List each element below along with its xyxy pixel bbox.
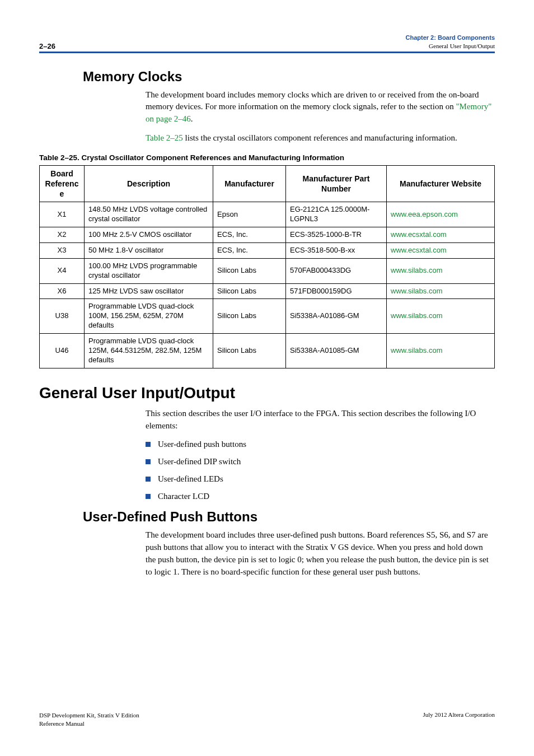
cell-manufacturer: ECS, Inc. (213, 242, 286, 258)
table-row: U46Programmable LVDS quad-clock 125M, 64… (40, 334, 495, 368)
manufacturer-website-link[interactable]: www.eea.epson.com (391, 210, 458, 218)
heading-general-user-io: General User Input/Output (39, 384, 495, 402)
push-buttons-para: The development board includes three use… (146, 529, 495, 578)
cell-description: 148.50 MHz LVDS voltage controlled cryst… (85, 202, 213, 227)
cell-manufacturer: Silicon Labs (213, 334, 286, 368)
guio-bullet-list: User-defined push buttons User-defined D… (146, 438, 495, 502)
table-row: X1148.50 MHz LVDS voltage controlled cry… (40, 202, 495, 227)
page-footer: DSP Development Kit, Stratix V Edition R… (39, 711, 495, 728)
heading-user-push-buttons: User-Defined Push Buttons (83, 509, 495, 525)
list-item: Character LCD (146, 491, 495, 502)
cell-website: www.ecsxtal.com (387, 242, 495, 258)
footer-right: July 2012 Altera Corporation (423, 711, 495, 728)
th-website: Manufacturer Website (387, 165, 495, 202)
manufacturer-website-link[interactable]: www.ecsxtal.com (391, 246, 447, 254)
cell-description: 125 MHz LVDS saw oscillator (85, 283, 213, 299)
footer-doc-title: DSP Development Kit, Stratix V Edition (39, 711, 139, 720)
page-header: 2–26 Chapter 2: Board Components General… (39, 34, 495, 53)
cell-board-ref: X4 (40, 258, 85, 283)
cell-part-number: ECS-3525-1000-B-TR (286, 227, 387, 243)
cell-part-number: Si5338A-A01086-GM (286, 299, 387, 334)
table-caption: Table 2–25. Crystal Oscillator Component… (39, 153, 495, 162)
th-part-number: Manufacturer Part Number (286, 165, 387, 202)
cell-manufacturer: Epson (213, 202, 286, 227)
table-row: X2100 MHz 2.5-V CMOS oscillatorECS, Inc.… (40, 227, 495, 243)
chapter-title: Chapter 2: Board Components (405, 34, 495, 42)
cell-part-number: EG-2121CA 125.0000M-LGPNL3 (286, 202, 387, 227)
th-description: Description (85, 165, 213, 202)
cell-description: Programmable LVDS quad-clock 100M, 156.2… (85, 299, 213, 334)
table-ref-link[interactable]: Table 2–25 (146, 133, 183, 142)
cell-board-ref: X2 (40, 227, 85, 243)
cell-website: www.silabs.com (387, 258, 495, 283)
cell-board-ref: U46 (40, 334, 85, 368)
cell-board-ref: X3 (40, 242, 85, 258)
list-item: User-defined DIP switch (146, 456, 495, 468)
list-item: User-defined LEDs (146, 473, 495, 485)
table-header-row: Board Reference Description Manufacturer… (40, 165, 495, 202)
manufacturer-website-link[interactable]: www.silabs.com (391, 287, 442, 295)
cell-board-ref: U38 (40, 299, 85, 334)
cell-manufacturer: Silicon Labs (213, 299, 286, 334)
list-item: User-defined push buttons (146, 438, 495, 450)
table-row: X6125 MHz LVDS saw oscillatorSilicon Lab… (40, 283, 495, 299)
oscillator-table: Board Reference Description Manufacturer… (39, 165, 495, 368)
page-number: 2–26 (39, 42, 55, 50)
memory-clocks-para1: The development board includes memory cl… (146, 89, 495, 125)
manufacturer-website-link[interactable]: www.ecsxtal.com (391, 230, 447, 239)
manufacturer-website-link[interactable]: www.silabs.com (391, 311, 442, 320)
cell-website: www.silabs.com (387, 283, 495, 299)
cell-description: 100 MHz 2.5-V CMOS oscillator (85, 227, 213, 243)
cell-board-ref: X6 (40, 283, 85, 299)
th-board-ref: Board Reference (40, 165, 85, 202)
cell-manufacturer: ECS, Inc. (213, 227, 286, 243)
cell-part-number: 570FAB000433DG (286, 258, 387, 283)
cell-manufacturer: Silicon Labs (213, 258, 286, 283)
table-row: X4100.00 MHz LVDS programmable crystal o… (40, 258, 495, 283)
memory-clocks-para2: Table 2–25 lists the crystal oscillators… (146, 132, 495, 144)
table-row: X350 MHz 1.8-V oscillatorECS, Inc.ECS-35… (40, 242, 495, 258)
cell-website: www.eea.epson.com (387, 202, 495, 227)
table-row: U38Programmable LVDS quad-clock 100M, 15… (40, 299, 495, 334)
chapter-label: Chapter 2: Board Components General User… (405, 34, 495, 50)
cell-part-number: ECS-3518-500-B-xx (286, 242, 387, 258)
footer-left: DSP Development Kit, Stratix V Edition R… (39, 711, 139, 728)
footer-doc-sub: Reference Manual (39, 720, 139, 728)
text: lists the crystal oscillators component … (183, 133, 457, 142)
cell-part-number: Si5338A-A01085-GM (286, 334, 387, 368)
cell-description: 50 MHz 1.8-V oscillator (85, 242, 213, 258)
cell-description: 100.00 MHz LVDS programmable crystal osc… (85, 258, 213, 283)
cell-board-ref: X1 (40, 202, 85, 227)
chapter-subtitle: General User Input/Output (405, 42, 495, 50)
cell-website: www.ecsxtal.com (387, 227, 495, 243)
manufacturer-website-link[interactable]: www.silabs.com (391, 266, 442, 274)
cell-website: www.silabs.com (387, 334, 495, 368)
heading-memory-clocks: Memory Clocks (83, 69, 495, 85)
text: The development board includes memory cl… (146, 90, 479, 111)
guio-intro: This section describes the user I/O inte… (146, 408, 495, 432)
text: . (191, 114, 193, 123)
cell-website: www.silabs.com (387, 299, 495, 334)
th-manufacturer: Manufacturer (213, 165, 286, 202)
cell-manufacturer: Silicon Labs (213, 283, 286, 299)
cell-description: Programmable LVDS quad-clock 125M, 644.5… (85, 334, 213, 368)
manufacturer-website-link[interactable]: www.silabs.com (391, 346, 442, 354)
cell-part-number: 571FDB000159DG (286, 283, 387, 299)
